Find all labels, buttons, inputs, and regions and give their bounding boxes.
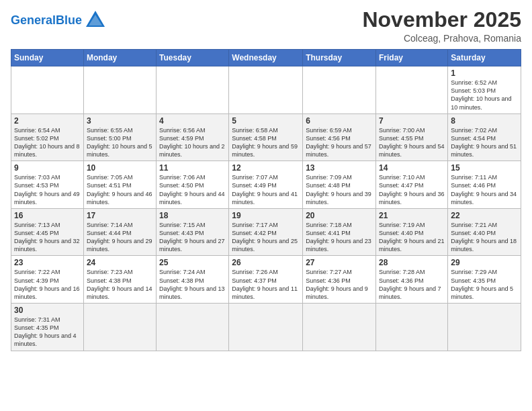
calendar-week-row: 23Sunrise: 7:22 AM Sunset: 4:39 PM Dayli… xyxy=(11,256,521,304)
calendar-cell: 6Sunrise: 6:59 AM Sunset: 4:56 PM Daylig… xyxy=(303,113,376,161)
day-number: 30 xyxy=(14,306,81,315)
calendar-cell: 25Sunrise: 7:24 AM Sunset: 4:38 PM Dayli… xyxy=(157,256,229,304)
calendar-cell xyxy=(83,304,156,351)
calendar-cell: 18Sunrise: 7:15 AM Sunset: 4:43 PM Dayli… xyxy=(157,208,229,256)
header-saturday: Saturday xyxy=(448,50,521,66)
day-number: 16 xyxy=(14,211,81,220)
calendar-cell: 2Sunrise: 6:54 AM Sunset: 5:02 PM Daylig… xyxy=(11,113,84,161)
calendar-week-row: 1Sunrise: 6:52 AM Sunset: 5:03 PM Daylig… xyxy=(11,66,521,114)
calendar-cell: 28Sunrise: 7:28 AM Sunset: 4:36 PM Dayli… xyxy=(376,256,448,304)
day-info: Sunrise: 7:15 AM Sunset: 4:43 PM Dayligh… xyxy=(159,221,226,254)
logo-icon xyxy=(83,8,107,32)
day-info: Sunrise: 7:18 AM Sunset: 4:41 PM Dayligh… xyxy=(306,221,373,254)
day-info: Sunrise: 7:22 AM Sunset: 4:39 PM Dayligh… xyxy=(14,268,81,301)
day-number: 6 xyxy=(306,116,373,126)
day-number: 26 xyxy=(232,258,300,267)
day-number: 22 xyxy=(451,211,518,220)
day-info: Sunrise: 6:58 AM Sunset: 4:58 PM Dayligh… xyxy=(232,126,300,159)
calendar-cell xyxy=(11,66,84,114)
day-info: Sunrise: 7:19 AM Sunset: 4:40 PM Dayligh… xyxy=(379,221,445,254)
day-number: 21 xyxy=(379,211,445,220)
day-info: Sunrise: 7:28 AM Sunset: 4:36 PM Dayligh… xyxy=(379,268,445,301)
day-number: 8 xyxy=(451,116,518,126)
calendar-week-row: 16Sunrise: 7:13 AM Sunset: 4:45 PM Dayli… xyxy=(11,208,521,256)
calendar-cell xyxy=(303,304,376,351)
day-number: 23 xyxy=(14,258,81,267)
day-info: Sunrise: 7:27 AM Sunset: 4:36 PM Dayligh… xyxy=(306,268,373,301)
calendar-table: Sunday Monday Tuesday Wednesday Thursday… xyxy=(11,49,521,351)
weekday-header-row: Sunday Monday Tuesday Wednesday Thursday… xyxy=(11,50,521,66)
day-info: Sunrise: 7:11 AM Sunset: 4:46 PM Dayligh… xyxy=(451,173,518,206)
calendar-cell: 16Sunrise: 7:13 AM Sunset: 4:45 PM Dayli… xyxy=(11,208,84,256)
calendar-cell: 7Sunrise: 7:00 AM Sunset: 4:55 PM Daylig… xyxy=(376,113,448,161)
day-info: Sunrise: 7:21 AM Sunset: 4:40 PM Dayligh… xyxy=(451,221,518,254)
day-info: Sunrise: 7:10 AM Sunset: 4:47 PM Dayligh… xyxy=(379,173,445,206)
day-info: Sunrise: 7:26 AM Sunset: 4:37 PM Dayligh… xyxy=(232,268,300,301)
calendar-cell: 15Sunrise: 7:11 AM Sunset: 4:46 PM Dayli… xyxy=(448,161,521,209)
calendar-cell xyxy=(376,66,448,114)
day-number: 3 xyxy=(87,116,153,126)
day-info: Sunrise: 7:00 AM Sunset: 4:55 PM Dayligh… xyxy=(379,126,445,159)
day-info: Sunrise: 6:55 AM Sunset: 5:00 PM Dayligh… xyxy=(87,126,153,159)
calendar-cell xyxy=(376,304,448,351)
logo-blue: Blue xyxy=(56,13,82,27)
calendar-cell: 13Sunrise: 7:09 AM Sunset: 4:48 PM Dayli… xyxy=(303,161,376,209)
calendar-cell xyxy=(303,66,376,114)
calendar-cell: 30Sunrise: 7:31 AM Sunset: 4:35 PM Dayli… xyxy=(11,304,84,351)
calendar-cell: 23Sunrise: 7:22 AM Sunset: 4:39 PM Dayli… xyxy=(11,256,84,304)
day-info: Sunrise: 7:07 AM Sunset: 4:49 PM Dayligh… xyxy=(232,173,300,206)
title-area: November 2025 Colceag, Prahova, Romania xyxy=(362,8,521,44)
calendar-cell: 5Sunrise: 6:58 AM Sunset: 4:58 PM Daylig… xyxy=(229,113,303,161)
calendar-cell: 9Sunrise: 7:03 AM Sunset: 4:53 PM Daylig… xyxy=(11,161,84,209)
calendar-cell xyxy=(157,304,229,351)
calendar-cell: 26Sunrise: 7:26 AM Sunset: 4:37 PM Dayli… xyxy=(229,256,303,304)
day-number: 2 xyxy=(14,116,81,126)
calendar-cell: 29Sunrise: 7:29 AM Sunset: 4:35 PM Dayli… xyxy=(448,256,521,304)
header-area: GeneralBlue November 2025 Colceag, Praho… xyxy=(11,8,521,44)
calendar-cell: 4Sunrise: 6:56 AM Sunset: 4:59 PM Daylig… xyxy=(157,113,229,161)
header-wednesday: Wednesday xyxy=(229,50,303,66)
calendar-title: November 2025 xyxy=(362,8,521,32)
calendar-cell: 21Sunrise: 7:19 AM Sunset: 4:40 PM Dayli… xyxy=(376,208,448,256)
calendar-cell xyxy=(448,304,521,351)
day-number: 24 xyxy=(87,258,153,267)
day-number: 1 xyxy=(451,68,518,78)
day-info: Sunrise: 7:14 AM Sunset: 4:44 PM Dayligh… xyxy=(87,221,153,254)
calendar-cell: 1Sunrise: 6:52 AM Sunset: 5:03 PM Daylig… xyxy=(448,66,521,114)
calendar-cell: 24Sunrise: 7:23 AM Sunset: 4:38 PM Dayli… xyxy=(83,256,156,304)
day-info: Sunrise: 6:56 AM Sunset: 4:59 PM Dayligh… xyxy=(159,126,226,159)
day-number: 11 xyxy=(159,163,226,173)
calendar-week-row: 30Sunrise: 7:31 AM Sunset: 4:35 PM Dayli… xyxy=(11,304,521,351)
calendar-week-row: 2Sunrise: 6:54 AM Sunset: 5:02 PM Daylig… xyxy=(11,113,521,161)
calendar-cell: 12Sunrise: 7:07 AM Sunset: 4:49 PM Dayli… xyxy=(229,161,303,209)
day-number: 19 xyxy=(232,211,300,220)
day-number: 20 xyxy=(306,211,373,220)
day-info: Sunrise: 7:03 AM Sunset: 4:53 PM Dayligh… xyxy=(14,173,81,206)
logo-general: General xyxy=(11,13,56,27)
logo-text: GeneralBlue xyxy=(11,13,82,28)
day-number: 27 xyxy=(306,258,373,267)
calendar-cell: 10Sunrise: 7:05 AM Sunset: 4:51 PM Dayli… xyxy=(83,161,156,209)
day-info: Sunrise: 6:54 AM Sunset: 5:02 PM Dayligh… xyxy=(14,126,81,159)
header-sunday: Sunday xyxy=(11,50,84,66)
day-number: 18 xyxy=(159,211,226,220)
calendar-cell: 22Sunrise: 7:21 AM Sunset: 4:40 PM Dayli… xyxy=(448,208,521,256)
day-number: 12 xyxy=(232,163,300,173)
logo: GeneralBlue xyxy=(11,8,107,32)
day-number: 4 xyxy=(159,116,226,126)
day-number: 14 xyxy=(379,163,445,173)
day-info: Sunrise: 7:23 AM Sunset: 4:38 PM Dayligh… xyxy=(87,268,153,301)
calendar-cell: 17Sunrise: 7:14 AM Sunset: 4:44 PM Dayli… xyxy=(83,208,156,256)
calendar-cell: 27Sunrise: 7:27 AM Sunset: 4:36 PM Dayli… xyxy=(303,256,376,304)
calendar-cell xyxy=(157,66,229,114)
calendar-cell: 19Sunrise: 7:17 AM Sunset: 4:42 PM Dayli… xyxy=(229,208,303,256)
header-friday: Friday xyxy=(376,50,448,66)
calendar-cell: 14Sunrise: 7:10 AM Sunset: 4:47 PM Dayli… xyxy=(376,161,448,209)
calendar-cell xyxy=(83,66,156,114)
header-monday: Monday xyxy=(83,50,156,66)
day-number: 7 xyxy=(379,116,445,126)
day-number: 17 xyxy=(87,211,153,220)
day-info: Sunrise: 7:31 AM Sunset: 4:35 PM Dayligh… xyxy=(14,316,81,349)
page: GeneralBlue November 2025 Colceag, Praho… xyxy=(0,0,532,411)
day-number: 10 xyxy=(87,163,153,173)
